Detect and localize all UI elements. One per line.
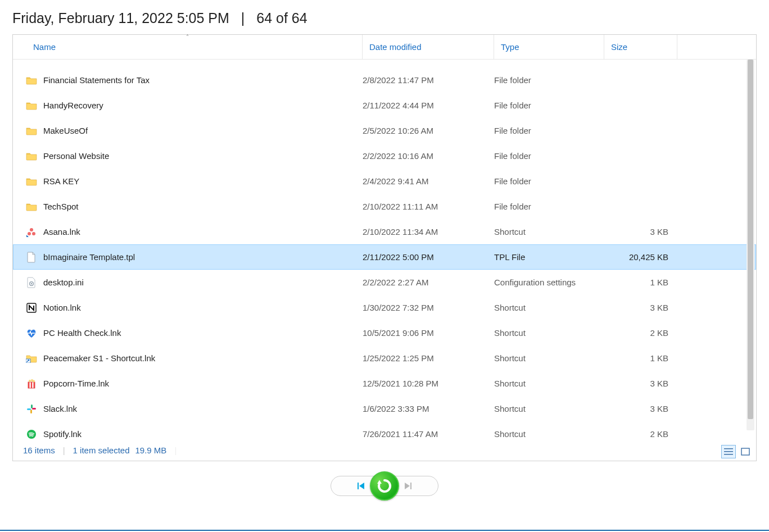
svg-marker-3 bbox=[26, 235, 29, 237]
history-counter: 64 of 64 bbox=[256, 10, 307, 26]
file-name: Personal Website bbox=[43, 151, 363, 161]
next-version-button[interactable] bbox=[393, 476, 438, 496]
large-icons-view-icon bbox=[741, 448, 750, 456]
view-switcher bbox=[721, 445, 753, 458]
file-row[interactable]: PC Health Check.lnk10/5/2021 9:06 PMShor… bbox=[13, 320, 756, 345]
file-row[interactable]: Popcorn-Time.lnk12/5/2021 10:28 PMShortc… bbox=[13, 371, 756, 396]
svg-rect-17 bbox=[30, 410, 32, 413]
file-name: Asana.lnk bbox=[43, 227, 363, 237]
file-row[interactable]: MakeUseOf2/5/2022 10:26 AMFile folder bbox=[13, 118, 756, 143]
file-name: Spotify.lnk bbox=[43, 429, 363, 439]
file-date: 2/11/2022 4:44 PM bbox=[363, 101, 494, 110]
file-type: Shortcut bbox=[494, 429, 604, 439]
svg-point-14 bbox=[33, 380, 35, 382]
file-row[interactable]: bImaginaire Template.tpl2/11/2022 5:00 P… bbox=[13, 244, 756, 270]
pchealth-icon bbox=[24, 328, 39, 338]
file-row[interactable]: HandyRecovery2/11/2022 4:44 PMFile folde… bbox=[13, 93, 756, 118]
svg-rect-21 bbox=[724, 451, 733, 452]
file-row[interactable]: Asana.lnk2/10/2022 11:34 AMShortcut3 KB bbox=[13, 219, 756, 244]
file-row[interactable]: Financial Statements for Tax2/8/2022 11:… bbox=[13, 67, 756, 93]
large-icons-view-button[interactable] bbox=[738, 445, 753, 458]
file-type: Configuration settings bbox=[494, 278, 604, 287]
status-item-count: 16 items bbox=[23, 445, 55, 455]
column-date-modified[interactable]: Date modified bbox=[363, 35, 494, 59]
restore-button[interactable] bbox=[370, 471, 399, 501]
status-selection: 1 item selected bbox=[73, 445, 130, 455]
svg-marker-26 bbox=[377, 480, 382, 484]
spotify-icon bbox=[24, 429, 39, 439]
file-row[interactable]: RSA KEY2/4/2022 9:41 AMFile folder bbox=[13, 169, 756, 194]
file-row[interactable]: Slack.lnk1/6/2022 3:33 PMShortcut3 KB bbox=[13, 396, 756, 421]
file-name: Financial Statements for Tax bbox=[43, 75, 363, 85]
restore-icon bbox=[376, 478, 393, 494]
file-size: 2 KB bbox=[604, 429, 676, 439]
file-panel: ˄ Name Date modified Type Size Financial… bbox=[12, 34, 757, 461]
svg-rect-23 bbox=[741, 448, 749, 455]
header-divider: | bbox=[241, 10, 245, 26]
file-row[interactable]: TechSpot2/10/2022 11:11 AMFile folder bbox=[13, 194, 756, 219]
status-selection-size: 19.9 MB bbox=[135, 445, 167, 455]
file-name: bImaginaire Template.tpl bbox=[43, 252, 363, 262]
file-name: Peacemaker S1 - Shortcut.lnk bbox=[43, 353, 363, 363]
file-date: 1/6/2022 3:33 PM bbox=[363, 404, 494, 413]
column-name[interactable]: ˄ Name bbox=[13, 35, 363, 59]
foldershortcut-icon bbox=[24, 354, 39, 363]
file-list: Financial Statements for Tax2/8/2022 11:… bbox=[13, 60, 756, 439]
file-type: Shortcut bbox=[494, 353, 604, 363]
column-name-label: Name bbox=[33, 42, 56, 52]
column-size[interactable]: Size bbox=[604, 35, 677, 59]
file-date: 1/30/2022 7:32 PM bbox=[363, 303, 494, 312]
file-type: File folder bbox=[494, 75, 604, 85]
file-row[interactable]: Personal Website2/2/2022 10:16 AMFile fo… bbox=[13, 143, 756, 169]
file-type: Shortcut bbox=[494, 227, 604, 237]
svg-rect-22 bbox=[724, 454, 733, 455]
file-type: Shortcut bbox=[494, 303, 604, 312]
file-type: File folder bbox=[494, 126, 604, 135]
file-date: 2/2/2022 2:27 AM bbox=[363, 278, 494, 287]
file-name: Popcorn-Time.lnk bbox=[43, 379, 363, 388]
file-size: 3 KB bbox=[604, 404, 676, 413]
file-date: 2/10/2022 11:11 AM bbox=[363, 202, 494, 211]
file-date: 2/4/2022 9:41 AM bbox=[363, 176, 494, 186]
details-view-button[interactable] bbox=[721, 445, 736, 458]
history-datetime: Friday, February 11, 2022 5:05 PM bbox=[12, 10, 229, 26]
file-row[interactable]: Spotify.lnk7/26/2021 11:47 AMShortcut2 K… bbox=[13, 421, 756, 439]
svg-rect-28 bbox=[410, 483, 411, 489]
svg-marker-25 bbox=[359, 483, 364, 489]
svg-rect-11 bbox=[34, 382, 35, 388]
svg-rect-18 bbox=[32, 408, 36, 410]
file-type: Shortcut bbox=[494, 328, 604, 338]
file-size: 1 KB bbox=[604, 353, 676, 363]
file-size: 3 KB bbox=[604, 303, 676, 312]
file-date: 10/5/2021 9:06 PM bbox=[363, 328, 494, 338]
previous-version-button[interactable] bbox=[331, 476, 376, 496]
file-name: HandyRecovery bbox=[43, 101, 363, 110]
folder-icon bbox=[24, 101, 39, 110]
svg-rect-15 bbox=[31, 404, 33, 408]
svg-rect-20 bbox=[724, 448, 733, 449]
file-row[interactable]: Peacemaker S1 - Shortcut.lnk1/25/2022 1:… bbox=[13, 345, 756, 371]
folder-icon bbox=[24, 177, 39, 186]
file-name: MakeUseOf bbox=[43, 126, 363, 135]
history-header: Friday, February 11, 2022 5:05 PM | 64 o… bbox=[0, 0, 769, 34]
file-date: 2/8/2022 11:47 PM bbox=[363, 75, 494, 85]
file-row[interactable]: Notion.lnk1/30/2022 7:32 PMShortcut3 KB bbox=[13, 295, 756, 320]
file-name: RSA KEY bbox=[43, 176, 363, 186]
file-date: 2/2/2022 10:16 AM bbox=[363, 151, 494, 161]
file-name: PC Health Check.lnk bbox=[43, 328, 363, 338]
svg-marker-27 bbox=[405, 483, 410, 489]
vertical-scrollbar[interactable] bbox=[747, 60, 754, 430]
file-row[interactable]: desktop.ini2/2/2022 2:27 AMConfiguration… bbox=[13, 270, 756, 295]
file-type: File folder bbox=[494, 176, 604, 186]
details-view-icon bbox=[724, 448, 733, 456]
scrollbar-thumb[interactable] bbox=[748, 60, 753, 419]
column-header: ˄ Name Date modified Type Size bbox=[13, 35, 756, 60]
file-type: File folder bbox=[494, 101, 604, 110]
config-icon bbox=[24, 277, 39, 288]
asana-icon bbox=[24, 227, 39, 237]
column-type-label: Type bbox=[501, 42, 519, 52]
file-type: File folder bbox=[494, 151, 604, 161]
column-type[interactable]: Type bbox=[494, 35, 604, 59]
svg-point-0 bbox=[30, 228, 33, 231]
file-type: Shortcut bbox=[494, 404, 604, 413]
